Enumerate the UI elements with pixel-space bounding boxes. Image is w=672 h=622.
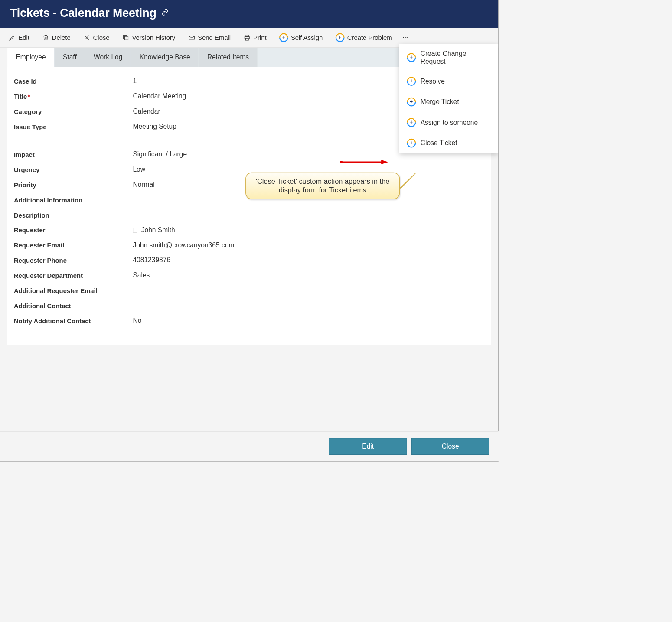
tab-knowledge-base[interactable]: Knowledge Base bbox=[131, 48, 199, 67]
action-icon bbox=[334, 31, 346, 44]
version-history-label: Version History bbox=[132, 34, 175, 41]
svg-rect-1 bbox=[125, 36, 128, 40]
dropdown-label: Assign to someone bbox=[421, 119, 478, 127]
page-title: Tickets - Calendar Meeting bbox=[10, 6, 157, 20]
send-email-button[interactable]: Send Email bbox=[184, 32, 235, 43]
svg-marker-11 bbox=[381, 160, 388, 164]
footer-edit-button[interactable]: Edit bbox=[329, 438, 407, 455]
delete-label: Delete bbox=[52, 34, 71, 41]
svg-rect-0 bbox=[124, 35, 127, 39]
field-label-urgency: Urgency bbox=[14, 166, 133, 174]
field-value-impact: Significant / Large bbox=[133, 150, 187, 158]
close-label: Close bbox=[93, 34, 110, 41]
callout-annotation: 'Close Ticket' custom action appears in … bbox=[245, 173, 400, 199]
action-icon bbox=[405, 51, 418, 64]
action-icon bbox=[405, 95, 418, 108]
create-problem-button[interactable]: Create Problem bbox=[332, 31, 396, 44]
svg-point-7 bbox=[405, 37, 406, 38]
tab-related-items[interactable]: Related Items bbox=[199, 48, 258, 67]
dropdown-label: Merge Ticket bbox=[421, 98, 459, 106]
action-icon bbox=[277, 31, 290, 44]
dropdown-create-change-request[interactable]: Create Change Request bbox=[399, 44, 499, 71]
svg-point-6 bbox=[403, 37, 404, 38]
self-assign-label: Self Assign bbox=[291, 34, 323, 41]
overflow-dropdown: Create Change Request Resolve Merge Tick… bbox=[399, 44, 499, 153]
footer: Edit Close bbox=[0, 431, 498, 461]
svg-rect-3 bbox=[245, 35, 249, 37]
action-icon bbox=[405, 116, 418, 129]
field-label-requester: Requester bbox=[14, 226, 133, 234]
page-header: Tickets - Calendar Meeting bbox=[0, 0, 498, 28]
svg-point-10 bbox=[340, 161, 343, 163]
action-icon bbox=[405, 75, 418, 88]
edit-label: Edit bbox=[18, 34, 29, 41]
field-value-urgency: Low bbox=[133, 166, 145, 173]
field-label-additional-requester-email: Additional Requester Email bbox=[14, 287, 133, 295]
svg-point-8 bbox=[407, 37, 408, 38]
versions-icon bbox=[122, 34, 129, 41]
field-value-category: Calendar bbox=[133, 107, 160, 115]
version-history-button[interactable]: Version History bbox=[118, 32, 179, 43]
action-icon bbox=[405, 137, 418, 149]
tab-staff[interactable]: Staff bbox=[55, 48, 85, 67]
arrow-annotation bbox=[340, 159, 388, 165]
field-label-requester-phone: Requester Phone bbox=[14, 256, 133, 264]
link-icon[interactable] bbox=[162, 9, 169, 17]
field-value-requester-email: John.smith@crowcanyon365.com bbox=[133, 241, 234, 249]
footer-close-button[interactable]: Close bbox=[411, 438, 489, 455]
field-value-priority: Normal bbox=[133, 181, 154, 189]
mail-icon bbox=[188, 34, 195, 41]
x-icon bbox=[83, 34, 90, 41]
field-value-notify-additional-contact: No bbox=[133, 317, 141, 325]
field-label-notify-additional-contact: Notify Additional Contact bbox=[14, 317, 133, 325]
field-label-priority: Priority bbox=[14, 181, 133, 189]
field-value-requester: John Smith bbox=[133, 226, 175, 234]
send-email-label: Send Email bbox=[198, 34, 231, 41]
tab-work-log[interactable]: Work Log bbox=[85, 48, 131, 67]
presence-indicator-icon bbox=[133, 228, 137, 232]
self-assign-button[interactable]: Self Assign bbox=[275, 31, 326, 44]
print-icon bbox=[244, 34, 251, 41]
field-label-case-id: Case Id bbox=[14, 77, 133, 85]
dropdown-assign-to-someone[interactable]: Assign to someone bbox=[399, 112, 499, 133]
field-label-requester-department: Requester Department bbox=[14, 271, 133, 280]
field-label-additional-info: Additional Information bbox=[14, 196, 133, 204]
toolbar: Edit Delete Close Version History Send E… bbox=[0, 28, 498, 48]
field-label-additional-contact: Additional Contact bbox=[14, 302, 133, 310]
dropdown-label: Resolve bbox=[421, 78, 445, 85]
ellipsis-icon bbox=[402, 34, 409, 41]
svg-rect-2 bbox=[189, 36, 194, 39]
field-label-requester-email: Requester Email bbox=[14, 241, 133, 249]
pencil-icon bbox=[9, 34, 16, 41]
print-button[interactable]: Print bbox=[240, 32, 271, 43]
trash-icon bbox=[42, 34, 49, 41]
delete-button[interactable]: Delete bbox=[39, 32, 75, 43]
field-value-requester-department: Sales bbox=[133, 271, 150, 279]
edit-button[interactable]: Edit bbox=[5, 32, 33, 43]
tab-employee[interactable]: Employee bbox=[7, 48, 55, 67]
dropdown-close-ticket[interactable]: Close Ticket bbox=[399, 133, 499, 153]
close-button[interactable]: Close bbox=[79, 32, 113, 43]
create-problem-label: Create Problem bbox=[347, 34, 392, 41]
dropdown-merge-ticket[interactable]: Merge Ticket bbox=[399, 91, 499, 112]
field-label-impact: Impact bbox=[14, 150, 133, 159]
field-label-category: Category bbox=[14, 107, 133, 116]
field-value-issue-type: Meeting Setup bbox=[133, 123, 176, 130]
callout-tail bbox=[397, 173, 423, 192]
print-label: Print bbox=[253, 34, 267, 41]
field-label-issue-type: Issue Type bbox=[14, 123, 133, 131]
field-value-requester-phone: 4081239876 bbox=[133, 256, 170, 264]
dropdown-label: Close Ticket bbox=[421, 139, 457, 147]
dropdown-resolve[interactable]: Resolve bbox=[399, 71, 499, 91]
dropdown-label: Create Change Request bbox=[421, 50, 491, 65]
field-label-description: Description bbox=[14, 211, 133, 219]
overflow-button[interactable] bbox=[398, 32, 413, 43]
field-value-title: Calendar Meeting bbox=[133, 92, 186, 100]
field-value-case-id: 1 bbox=[133, 77, 137, 85]
field-label-title: Title* bbox=[14, 92, 133, 101]
